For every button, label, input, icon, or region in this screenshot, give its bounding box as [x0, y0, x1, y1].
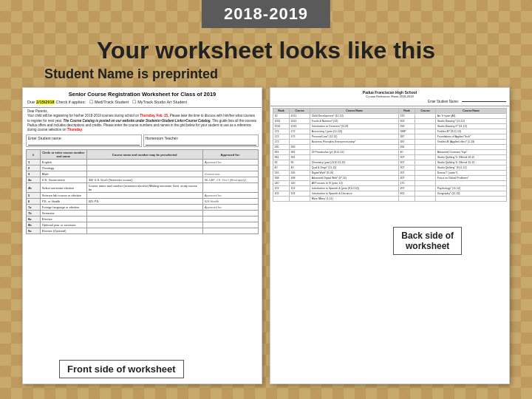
- table-cell: 330: [290, 145, 310, 150]
- table-row: More 'Many' (1,11): [273, 197, 507, 202]
- table-cell: 307: [399, 155, 415, 160]
- table-row: 10211021Foods & Nutrition* (12)302Studio…: [273, 119, 507, 124]
- row-num: 1: [27, 160, 41, 166]
- row-course: [86, 211, 202, 216]
- table-row: 152152Introduction to Spanish & (year (9…: [273, 186, 507, 191]
- table-cell: 1011: [290, 114, 310, 119]
- row-course: [86, 166, 202, 171]
- table-cell: Business Principles Entrepreneurship*: [310, 140, 399, 145]
- body-thursday: Thursday: [67, 128, 82, 132]
- table-cell: [290, 140, 310, 145]
- table-cell: Introduction to Spanish & Literature: [310, 191, 399, 197]
- table-cell: Qual & Degn* (11,12): [310, 166, 399, 171]
- table-row: 7b Semester: [27, 211, 259, 216]
- table-cell: 1591: [273, 124, 290, 129]
- row-approved: [202, 222, 258, 228]
- table-cell: Drama I* (under*): [436, 171, 507, 176]
- table-cell: 172: [290, 134, 310, 140]
- table-cell: [415, 134, 436, 140]
- row-course: [86, 216, 202, 222]
- table-cell: Studio Quiliting Yr Offered 10-15: [436, 155, 507, 160]
- row-course: [86, 205, 202, 211]
- front-label: Front side of worksheet: [59, 360, 184, 378]
- table-cell: 102: [273, 191, 290, 197]
- table-cell: 852: [399, 191, 415, 197]
- row-subject: Science lab course or elective: [40, 193, 86, 199]
- row-approved: [202, 228, 258, 234]
- table-cell: 388P: [399, 129, 415, 134]
- table-cell: [399, 197, 415, 202]
- table-cell: 207: [399, 176, 415, 181]
- row-subject: Optional year or semester: [40, 222, 86, 228]
- row-subject: Elective (Optional): [40, 228, 86, 234]
- body-date-red: Thursday, Feb. 15.: [140, 114, 168, 117]
- table-cell: [415, 166, 436, 171]
- table-row: 8a Elective: [27, 216, 259, 222]
- ws-left-header: Senior Course Registration Worksheet for…: [23, 88, 262, 108]
- table-cell: Chemistry (year) (9,10,11,12): [310, 160, 399, 166]
- table-cell: 381: [290, 155, 310, 160]
- back-worksheet: Padua Franciscan High School Course Refe…: [270, 87, 510, 384]
- row-subject: P.E. or Health: [40, 199, 86, 205]
- table-row: 172172Accounting I (year (11,12))388PTex…: [273, 129, 507, 134]
- row-subject: Select semester elective: [40, 183, 86, 193]
- table-row: 3 Math Coursenum...: [27, 171, 259, 177]
- table-cell: 188: [290, 176, 310, 181]
- table-row: 8b Optional year or semester: [27, 222, 259, 228]
- col-subject: Circle or enter course number and name: [40, 150, 86, 160]
- table-cell: 302: [399, 119, 415, 124]
- table-cell: 207: [399, 186, 415, 191]
- ws-left-table: # Circle or enter course number and name…: [26, 149, 259, 234]
- checkbox-med: ☐: [89, 100, 93, 104]
- row-course: 625 P.E.: [86, 199, 202, 205]
- table-cell: 316: [290, 171, 310, 176]
- table-cell: 36: [273, 160, 290, 166]
- table-row: 1 English Approved for:: [27, 160, 259, 166]
- row-num: 8a: [27, 216, 41, 222]
- table-cell: 381: [273, 150, 290, 155]
- table-cell: 175: [399, 181, 415, 186]
- table-cell: More 'Many' (1,11): [310, 197, 399, 202]
- table-cell: Psychology* (11,12): [436, 186, 507, 191]
- table-cell: 381: [290, 150, 310, 155]
- ws-date-row: Due 2/15/2018 Check if applies: ☐ Med/Tr…: [27, 100, 257, 104]
- year-header: 2018-2019: [202, 0, 330, 28]
- col-header: Course: [415, 109, 436, 114]
- table-cell: 152: [290, 186, 310, 191]
- table-cell: 387: [399, 134, 415, 140]
- row-approved: Approved for:: [202, 205, 258, 211]
- ws-right-table: RankCourseCourse NameRankCourseCourse Na…: [273, 108, 507, 202]
- table-cell: [415, 171, 436, 176]
- table-cell: 40: [399, 150, 415, 155]
- row-course: [86, 160, 202, 166]
- table-cell: [436, 145, 507, 150]
- due-date: 2/15/2018: [36, 100, 54, 104]
- row-course: [86, 193, 202, 199]
- table-row: 172172Personal Law* (11,12)387Foundation…: [273, 134, 507, 140]
- row-subject: English: [40, 160, 86, 166]
- body1: Your child will be registering for his/h…: [27, 114, 139, 117]
- table-cell: [436, 197, 507, 202]
- main-title: Your worksheet looks like this: [0, 31, 532, 70]
- table-row: 9a Elective (Optional): [27, 228, 259, 234]
- table-cell: All Focuses In IV (year, 12): [310, 181, 399, 186]
- row-subject: U.S. Government: [40, 177, 86, 183]
- table-row: 7a Foreign language or elective Approved…: [27, 205, 259, 211]
- row-num: 7a: [27, 205, 41, 211]
- dear-parents: Dear Parents,: [27, 109, 48, 113]
- table-row: 381381307Studio Quiliting Yr Offered 10-…: [273, 155, 507, 160]
- table-row: 4b Select semester elective Course name …: [27, 183, 259, 193]
- table-cell: 140: [290, 181, 310, 186]
- table-cell: [415, 145, 436, 150]
- table-row: 172Business Principles Entrepreneurship*…: [273, 140, 507, 145]
- row-course: [86, 228, 202, 234]
- col-header: Course Name: [436, 109, 507, 114]
- table-cell: [290, 197, 310, 202]
- table-cell: Studio Drawing* (11,12): [436, 119, 507, 124]
- table-row: 381381Of Precalculus (yr) (9,11,12)40Adv…: [273, 150, 507, 155]
- table-row: 102102Introduction to Spanish & Literatu…: [273, 191, 507, 197]
- enter-student-name-row: Enter Student Name:: [273, 100, 506, 103]
- table-cell: 188: [273, 176, 290, 181]
- row-num: 3: [27, 171, 41, 177]
- subtitle: Student Name is preprinted: [44, 66, 218, 82]
